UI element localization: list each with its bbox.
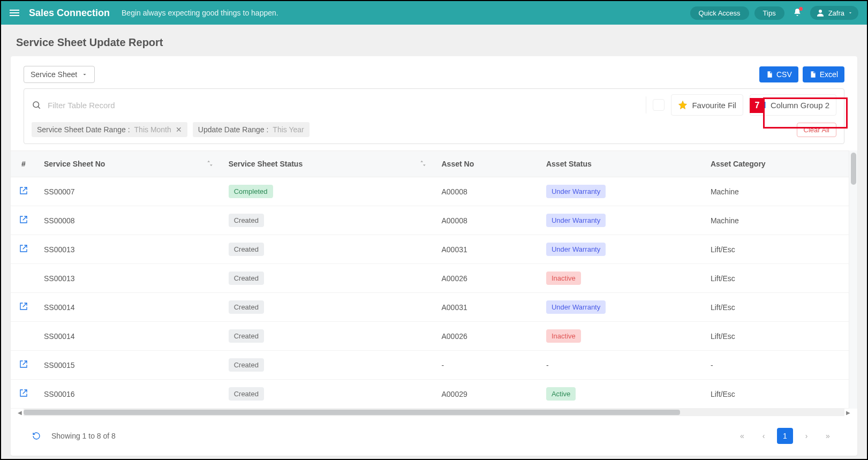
chip-label: Service Sheet Date Range : [37,125,130,134]
notification-dot-icon [799,7,803,11]
horizontal-scrollbar[interactable]: ◀ ▶ [24,409,844,416]
sheet-selector[interactable]: Service Sheet [24,66,95,83]
hamburger-menu-icon[interactable] [10,10,19,16]
status-badge: Under Warranty [546,300,606,314]
cell-asset-status: Under Warranty [539,235,703,264]
export-excel-button[interactable]: Excel [803,66,844,82]
showing-text: Showing 1 to 8 of 8 [51,432,116,440]
col-sheet-no[interactable]: Service Sheet No [36,151,221,177]
cell-asset-cat: Machine [703,177,857,206]
table-row: SS00007CompletedA00008Under WarrantyMach… [11,177,857,206]
chip-label: Update Date Range : [198,125,269,134]
cell-asset-status: Active [539,380,703,409]
cell-sheet-status: Created [221,235,434,264]
filter-chip-date-range[interactable]: Service Sheet Date Range : This Month ✕ [32,122,187,137]
columns-icon [757,100,766,110]
page-first-button[interactable]: « [734,428,750,444]
clear-all-button[interactable]: Clear All [797,123,836,137]
svg-line-2 [38,107,40,109]
page-title: Service Sheet Update Report [1,25,867,56]
cell-asset-cat: Lift/Esc [703,380,857,409]
status-badge: Created [229,358,264,372]
cell-sheet-status: Created [221,322,434,351]
svg-point-1 [33,102,39,108]
chip-value: This Month [134,125,171,134]
cell-sheet-no: SS00008 [36,206,221,235]
quick-access-button[interactable]: Quick Access [690,6,749,20]
status-badge: Created [229,387,264,401]
vertical-scrollbar[interactable] [849,150,857,409]
chevron-down-icon [848,10,853,16]
cell-asset-status: Inactive [539,322,703,351]
col-asset-cat[interactable]: Asset Category [703,151,857,177]
cell-asset-cat: Machine [703,206,857,235]
filter-input[interactable] [48,101,639,110]
search-icon [32,100,41,110]
col-hash: # [11,151,36,177]
scroll-right-icon[interactable]: ▶ [844,409,852,416]
close-icon[interactable]: ✕ [176,125,182,134]
col-sheet-status[interactable]: Service Sheet Status [221,151,434,177]
page-prev-button[interactable]: ‹ [756,428,772,444]
table-row: SS00016CreatedA00029ActiveLift/Esc [11,380,857,409]
status-badge: Under Warranty [546,243,606,256]
chevron-down-icon [81,71,88,78]
tips-button[interactable]: Tips [754,6,784,20]
cell-sheet-no: SS00016 [36,380,221,409]
cell-asset-no: A00031 [434,235,539,264]
open-link-icon[interactable] [19,186,28,195]
cell-asset-no: A00008 [434,177,539,206]
report-card: Service Sheet CSV Excel [11,56,857,456]
chip-value: This Year [273,125,304,134]
svg-rect-4 [760,102,763,108]
cell-asset-cat: Lift/Esc [703,235,857,264]
col-asset-status[interactable]: Asset Status [539,151,703,177]
open-link-icon[interactable] [19,360,28,368]
cell-sheet-status: Completed [221,177,434,206]
column-group-button[interactable]: Column Group 2 [750,94,836,116]
page-number-button[interactable]: 1 [777,428,793,444]
excel-label: Excel [820,70,838,79]
page-last-button[interactable]: » [820,428,836,444]
cell-asset-no: A00026 [434,264,539,293]
csv-label: CSV [776,70,792,79]
reload-icon[interactable] [653,99,665,111]
scroll-left-icon[interactable]: ◀ [16,409,24,416]
cell-sheet-no: SS00013 [36,235,221,264]
sort-icon [419,160,427,167]
col-asset-no[interactable]: Asset No [434,151,539,177]
status-badge: Under Warranty [546,214,606,227]
export-csv-button[interactable]: CSV [759,66,798,82]
page-next-button[interactable]: › [798,428,814,444]
top-bar: Sales Connection Begin always expecting … [1,1,867,25]
cell-sheet-status: Created [221,264,434,293]
cell-asset-no: A00031 [434,293,539,322]
divider [646,96,646,114]
status-badge: Inactive [546,329,581,343]
table-row: SS00014CreatedA00031Under WarrantyLift/E… [11,293,857,322]
open-link-icon[interactable] [19,389,28,397]
status-badge: Under Warranty [546,185,606,198]
cell-sheet-no: SS00014 [36,322,221,351]
cell-asset-status: Inactive [539,264,703,293]
report-table: # Service Sheet No Service Sheet Status … [11,150,857,409]
notifications-button[interactable] [790,5,805,21]
sheet-selector-label: Service Sheet [31,70,77,79]
cell-sheet-status: Created [221,293,434,322]
user-menu[interactable]: Zafra [810,6,858,20]
status-badge: Completed [229,185,273,198]
open-link-icon[interactable] [19,244,28,253]
star-icon [678,100,688,110]
cell-asset-status: - [539,351,703,380]
reload-icon[interactable] [32,432,41,440]
cell-sheet-no: SS00007 [36,177,221,206]
table-row: SS00015Created--- [11,351,857,380]
cell-sheet-no: SS00014 [36,293,221,322]
favourite-filter-button[interactable]: Favourite Fil [671,94,743,116]
cell-sheet-status: Created [221,380,434,409]
open-link-icon[interactable] [19,215,28,224]
filter-chip-update-range[interactable]: Update Date Range : This Year [193,122,310,137]
open-link-icon[interactable] [19,302,28,311]
file-icon [766,71,773,78]
pagination: « ‹ 1 › » [734,428,836,444]
